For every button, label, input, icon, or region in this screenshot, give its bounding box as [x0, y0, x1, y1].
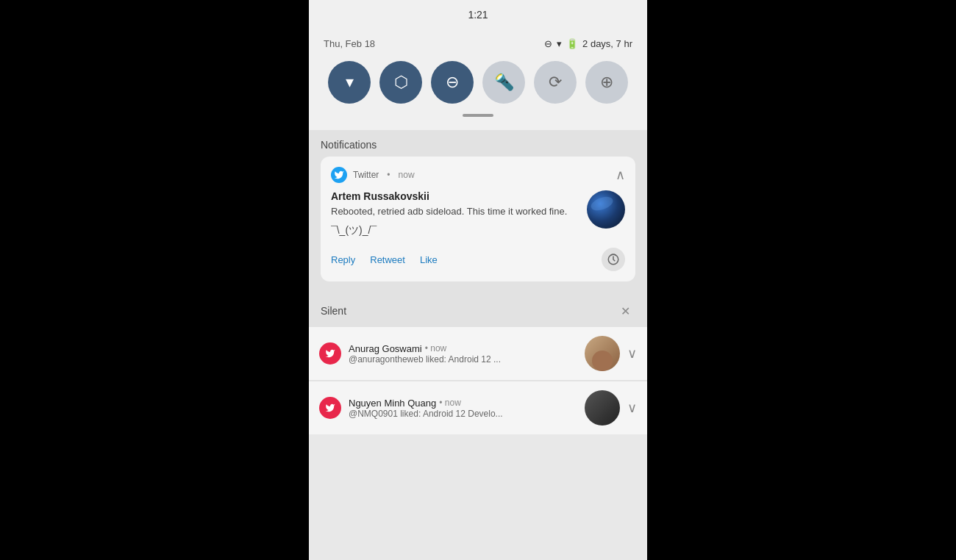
notifications-section: Notifications Twitter • now ∧: [309, 130, 647, 293]
drag-bar: [463, 114, 493, 117]
qs-tile-bluetooth[interactable]: ⬡: [379, 61, 422, 104]
silent-notif-content-2: Nguyen Minh Quang • now @NMQ0901 liked: …: [349, 398, 577, 419]
reply-button[interactable]: Reply: [331, 251, 355, 268]
quick-settings-panel: Thu, Feb 18 ⊖ ▾ 🔋 2 days, 7 hr ▾ ⬡ ⊖ 🔦: [309, 29, 647, 130]
twitter-heart-icon-1: [319, 342, 341, 365]
dnd-status-icon: ⊖: [544, 38, 552, 49]
silent-notif-1[interactable]: Anurag Goswami • now @anuragontheweb lik…: [309, 327, 647, 380]
status-bar: 1:21: [309, 0, 647, 29]
app-name: Twitter: [353, 170, 379, 180]
like-button[interactable]: Like: [420, 251, 438, 268]
qs-header: Thu, Feb 18 ⊖ ▾ 🔋 2 days, 7 hr: [321, 35, 635, 58]
qs-drag-handle[interactable]: [321, 107, 635, 118]
silent-user-2: Nguyen Minh Quang: [349, 398, 436, 409]
notifications-label: Notifications: [321, 139, 635, 151]
phone-frame: 1:21 Thu, Feb 18 ⊖ ▾ 🔋 2 days, 7 hr ▾ ⬡ …: [309, 0, 647, 560]
wifi-status-icon: ▾: [557, 38, 562, 49]
wifi-icon: ▾: [346, 73, 354, 92]
notif-emoji: ¯\_(ツ)_/¯: [331, 224, 625, 237]
battery-text: 2 days, 7 hr: [582, 38, 632, 49]
silent-expand-2[interactable]: ∨: [627, 400, 637, 416]
qs-tile-wifi[interactable]: ▾: [328, 61, 371, 104]
notif-controls: ∧: [616, 167, 625, 183]
silent-section: Silent ✕ Anurag Goswami • now @anuragont…: [309, 293, 647, 434]
bluetooth-icon: ⬡: [394, 73, 408, 92]
silent-text-2: @NMQ0901 liked: Android 12 Develo...: [349, 409, 577, 419]
silent-expand-1[interactable]: ∨: [627, 345, 637, 362]
silent-label: Silent: [321, 305, 346, 317]
notif-actions: Reply Retweet Like: [331, 245, 625, 271]
silent-avatar-1: [585, 336, 620, 371]
silent-time-2: • now: [439, 398, 461, 408]
notif-header-left: Twitter • now: [331, 167, 415, 183]
flashlight-icon: 🔦: [494, 73, 514, 92]
battery-status-icon: 🔋: [566, 38, 578, 49]
qs-date: Thu, Feb 18: [324, 38, 375, 49]
qs-tiles: ▾ ⬡ ⊖ 🔦 ⟳ ⊕: [321, 58, 635, 107]
twitter-heart-icon-2: [319, 397, 341, 419]
qs-tile-autorotate[interactable]: ⟳: [534, 61, 577, 104]
silent-text-1: @anuragontheweb liked: Android 12 ...: [349, 354, 577, 365]
notif-user-name: Artem Russakovskii: [331, 190, 625, 202]
snooze-button[interactable]: [602, 248, 625, 271]
twitter-app-icon: [331, 167, 347, 183]
notif-time: now: [399, 170, 415, 180]
silent-time-1: • now: [425, 343, 447, 353]
notif-card-header: Twitter • now ∧: [331, 167, 625, 183]
notif-action-buttons: Reply Retweet Like: [331, 251, 438, 268]
silent-notif-content-1: Anurag Goswami • now @anuragontheweb lik…: [349, 343, 577, 365]
retweet-button[interactable]: Retweet: [370, 251, 405, 268]
twitter-notification-card: Twitter • now ∧ Artem Russakovskii Reboo…: [321, 157, 635, 281]
silent-user-1: Anurag Goswami: [349, 343, 422, 354]
notif-body: Artem Russakovskii Rebooted, retried adb…: [331, 190, 625, 245]
silent-header: Silent ✕: [309, 293, 647, 327]
silent-notif-2[interactable]: Nguyen Minh Quang • now @NMQ0901 liked: …: [309, 381, 647, 434]
qs-status-icons: ⊖ ▾ 🔋 2 days, 7 hr: [544, 38, 632, 49]
status-time: 1:21: [468, 9, 488, 21]
dnd-icon: ⊖: [446, 73, 459, 92]
collapse-icon[interactable]: ∧: [616, 167, 625, 183]
qs-tile-flashlight[interactable]: 🔦: [482, 61, 525, 104]
qs-tile-dnd[interactable]: ⊖: [431, 61, 474, 104]
twitter-user-avatar: [587, 190, 625, 229]
notif-dot: •: [387, 170, 390, 180]
silent-avatar-2: [585, 390, 620, 426]
notif-body-text: Rebooted, retried adb sideload. This tim…: [331, 205, 625, 218]
silent-close-button[interactable]: ✕: [615, 301, 635, 321]
qs-tile-battery[interactable]: ⊕: [585, 61, 628, 104]
battery-saver-icon: ⊕: [600, 73, 613, 92]
autorotate-icon: ⟳: [549, 73, 562, 92]
